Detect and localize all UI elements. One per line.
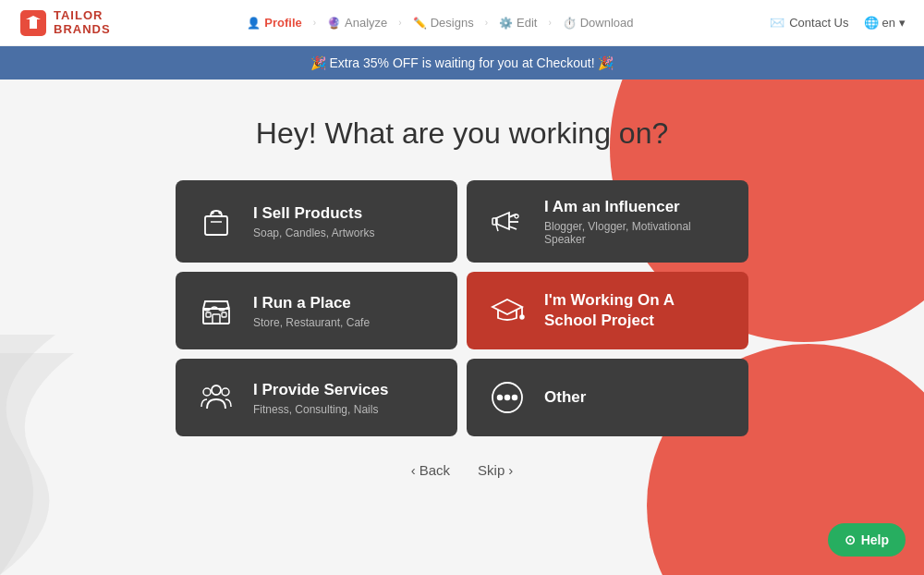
option-sell-products[interactable]: I Sell Products Soap, Candles, Artworks xyxy=(176,180,457,263)
bag-icon xyxy=(194,200,238,244)
svg-marker-11 xyxy=(492,300,522,314)
option-influencer[interactable]: I Am an Influencer Blogger, Vlogger, Mot… xyxy=(467,180,748,263)
svg-rect-10 xyxy=(222,312,226,317)
nav-steps: 👤 Profile › 🔮 Analyze › ✏️ Designs › ⚙️ … xyxy=(239,16,640,30)
back-button[interactable]: ‹ Back xyxy=(411,462,450,478)
logo-text: TAILOR BRANDS xyxy=(54,9,111,36)
graduation-icon xyxy=(485,288,529,333)
svg-point-19 xyxy=(505,396,510,400)
nav-step-profile[interactable]: 👤 Profile xyxy=(239,16,309,30)
profile-icon: 👤 xyxy=(247,17,261,30)
logo[interactable]: TAILOR BRANDS xyxy=(18,8,111,38)
svg-rect-9 xyxy=(206,312,211,317)
svg-point-3 xyxy=(212,212,213,214)
nav-right: ✉️ Contact Us 🌐 en ▾ xyxy=(770,16,906,30)
download-icon: ⏱️ xyxy=(563,17,577,30)
skip-button[interactable]: Skip › xyxy=(478,462,513,478)
step-arrow-2: › xyxy=(398,18,401,28)
lang-chevron-icon: ▾ xyxy=(899,16,906,30)
option-school-project[interactable]: I'm Working On A School Project xyxy=(467,272,748,349)
main-content: Hey! What are you working on? I Sell Pro… xyxy=(0,80,924,478)
analyze-icon: 🔮 xyxy=(327,17,341,30)
svg-rect-1 xyxy=(205,216,227,235)
step-arrow-4: › xyxy=(548,18,551,28)
megaphone-icon xyxy=(485,200,529,244)
contact-us-button[interactable]: ✉️ Contact Us xyxy=(770,16,848,30)
language-selector[interactable]: 🌐 en ▾ xyxy=(864,16,906,30)
nav-step-edit[interactable]: ⚙️ Edit xyxy=(492,16,544,30)
help-circle-icon: ⊙ xyxy=(845,532,856,547)
nav-step-analyze[interactable]: 🔮 Analyze xyxy=(320,16,395,30)
back-chevron-icon: ‹ xyxy=(411,462,416,478)
option-influencer-text: I Am an Influencer Blogger, Vlogger, Mot… xyxy=(544,197,730,246)
svg-point-13 xyxy=(520,315,524,319)
skip-chevron-icon: › xyxy=(508,462,513,478)
globe-icon: 🌐 xyxy=(864,16,879,30)
svg-point-4 xyxy=(219,212,221,214)
designs-icon: ✏️ xyxy=(413,17,427,30)
option-provide-services[interactable]: I Provide Services Fitness, Consulting, … xyxy=(176,359,457,436)
option-run-place[interactable]: I Run a Place Store, Restaurant, Cafe xyxy=(176,272,457,349)
svg-point-15 xyxy=(203,388,211,396)
help-button[interactable]: ⊙ Help xyxy=(828,523,906,557)
option-other-text: Other xyxy=(544,387,586,408)
svg-point-18 xyxy=(498,396,503,400)
dots-icon xyxy=(485,375,529,420)
step-arrow-1: › xyxy=(313,18,316,28)
nav-buttons: ‹ Back Skip › xyxy=(411,462,514,478)
option-run-place-text: I Run a Place Store, Restaurant, Cafe xyxy=(253,293,370,329)
edit-icon: ⚙️ xyxy=(499,17,513,30)
logo-icon xyxy=(18,8,48,38)
options-grid: I Sell Products Soap, Candles, Artworks … xyxy=(176,180,748,436)
step-arrow-3: › xyxy=(485,18,488,28)
promo-banner: 🎉 Extra 35% OFF is waiting for you at Ch… xyxy=(0,46,924,80)
svg-rect-8 xyxy=(213,314,220,324)
svg-point-16 xyxy=(222,388,229,396)
svg-rect-5 xyxy=(492,218,497,225)
svg-point-14 xyxy=(212,385,221,395)
svg-point-20 xyxy=(513,396,517,400)
nav-step-designs[interactable]: ✏️ Designs xyxy=(406,16,481,30)
option-school-project-text: I'm Working On A School Project xyxy=(544,290,730,331)
store-icon xyxy=(194,288,238,333)
option-provide-services-text: I Provide Services Fitness, Consulting, … xyxy=(253,380,388,416)
option-sell-products-text: I Sell Products Soap, Candles, Artworks xyxy=(253,203,374,239)
services-icon xyxy=(194,375,238,420)
mail-icon: ✉️ xyxy=(770,16,784,30)
nav-step-download[interactable]: ⏱️ Download xyxy=(555,16,641,30)
option-other[interactable]: Other xyxy=(467,359,748,436)
svg-point-6 xyxy=(515,214,518,218)
navigation: TAILOR BRANDS 👤 Profile › 🔮 Analyze › ✏️… xyxy=(0,0,924,46)
page-title: Hey! What are you working on? xyxy=(256,116,668,151)
